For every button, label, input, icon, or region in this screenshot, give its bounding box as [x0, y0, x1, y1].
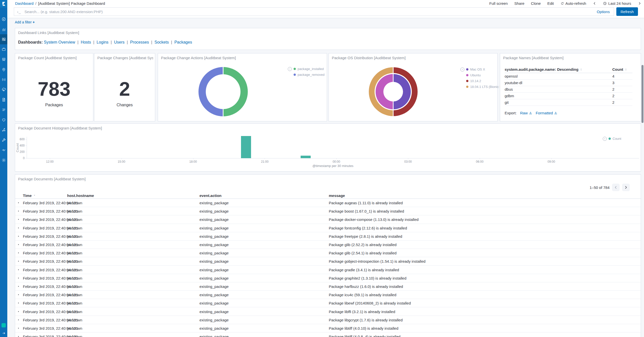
- legend-label[interactable]: Count: [613, 137, 621, 141]
- sidebar-item-dashboard[interactable]: [0, 34, 7, 44]
- dashboard-link-logins[interactable]: Logins: [97, 40, 108, 44]
- clock-icon: [603, 2, 607, 5]
- expand-row-icon[interactable]: [17, 302, 20, 304]
- space-badge[interactable]: [2, 323, 6, 327]
- share-button[interactable]: Share: [514, 1, 524, 6]
- sidebar-item-logs[interactable]: [0, 95, 7, 105]
- clone-button[interactable]: Clone: [531, 1, 541, 6]
- expand-row-icon[interactable]: [17, 210, 20, 212]
- expand-row-icon[interactable]: [17, 310, 20, 313]
- legend-collapse-icon[interactable]: [460, 68, 464, 72]
- next-page-button[interactable]: [622, 184, 630, 191]
- hostname-column-header[interactable]: host.hostname: [67, 193, 94, 197]
- histogram-plot: Count @timestamp per 30 minutes 02004006…: [15, 124, 641, 172]
- add-filter-label: Add a filter: [15, 20, 32, 24]
- table-row: git2: [505, 99, 632, 106]
- expand-row-icon[interactable]: [17, 227, 20, 229]
- dashboard-link-processes[interactable]: Processes: [130, 40, 149, 44]
- sidebar-item-maps[interactable]: [0, 64, 7, 75]
- name-column-header[interactable]: system.audit.package.name: Descending: [505, 67, 612, 72]
- expand-row-icon[interactable]: [17, 252, 20, 254]
- message-cell: Package libewf (20140608_2) is already i…: [329, 301, 411, 305]
- time-range-button[interactable]: Last 24 hours: [603, 1, 631, 6]
- table-row: February 3rd 2019, 22:40:04.121yorktowne…: [15, 307, 641, 316]
- sidebar-item-machine-learning[interactable]: [0, 75, 7, 85]
- count-column-header[interactable]: Count: [612, 67, 632, 72]
- export-raw-link[interactable]: Raw: [520, 111, 532, 115]
- x-tick-mark: [122, 158, 122, 159]
- histogram-bar[interactable]: [241, 136, 251, 158]
- expand-row-icon[interactable]: [17, 260, 20, 262]
- change-actions-donut-chart[interactable]: [198, 67, 248, 116]
- event-action-column-header[interactable]: event.action: [199, 193, 222, 197]
- sidebar-item-management[interactable]: [0, 155, 7, 165]
- sidebar-item-uptime[interactable]: [0, 115, 7, 125]
- package-count-cell: 2: [612, 100, 632, 105]
- previous-page-button[interactable]: [612, 184, 620, 191]
- search-input[interactable]: ›_ Search... (e.g. status:200 AND extens…: [14, 7, 614, 16]
- expand-row-icon[interactable]: [17, 327, 20, 329]
- panel-title: Package Count [Auditbeat System]: [18, 56, 77, 60]
- legend-label[interactable]: package_removed: [298, 73, 325, 77]
- legend-label[interactable]: 10.14.2: [470, 79, 481, 83]
- expand-row-icon[interactable]: [17, 319, 20, 321]
- message-cell: Package fontconfig (2.12.6) is already i…: [329, 226, 407, 230]
- gear-icon: [2, 158, 6, 162]
- query-options-link[interactable]: Options: [597, 10, 610, 14]
- export-formatted-link[interactable]: Formatted: [536, 111, 557, 115]
- dashboard-link-sockets[interactable]: Sockets: [154, 40, 169, 44]
- expand-row-icon[interactable]: [17, 268, 20, 271]
- time-column-header[interactable]: Time: [23, 193, 36, 197]
- legend-label[interactable]: 18.04.1 LTS (Bionic B...: [470, 85, 504, 89]
- dashboard-link-users[interactable]: Users: [114, 40, 125, 44]
- y-tick-mark: [25, 158, 27, 158]
- refresh-button[interactable]: Refresh: [616, 7, 638, 16]
- message-column-header[interactable]: message: [329, 193, 345, 197]
- kibana-logo-icon[interactable]: [0, 0, 7, 8]
- expand-row-icon[interactable]: [17, 244, 20, 246]
- legend-label[interactable]: package_installed: [298, 67, 324, 71]
- legend-label[interactable]: Mac OS X: [470, 68, 485, 71]
- time-back-button[interactable]: [593, 2, 596, 5]
- expand-row-icon[interactable]: [17, 294, 20, 296]
- dashboard-link-packages[interactable]: Packages: [174, 40, 192, 44]
- sidebar-item-canvas[interactable]: [0, 54, 7, 64]
- auto-refresh-button[interactable]: Auto-refresh: [560, 1, 586, 6]
- time-header-label: Time: [23, 193, 32, 197]
- legend-collapse-icon[interactable]: [603, 137, 607, 141]
- dashboard-link-hosts[interactable]: Hosts: [81, 40, 91, 44]
- os-distribution-donut-chart[interactable]: [369, 67, 418, 116]
- legend-collapse-icon[interactable]: [288, 67, 292, 71]
- expand-row-icon[interactable]: [17, 285, 20, 287]
- collapse-sidebar-icon[interactable]: [2, 331, 6, 335]
- sidebar-item-dev-tools[interactable]: [0, 135, 7, 145]
- package-names-table: system.audit.package.name: DescendingCou…: [505, 66, 632, 106]
- expand-row-icon[interactable]: [17, 277, 20, 279]
- legend-label[interactable]: Ubuntu: [470, 73, 481, 77]
- y-axis-line: [27, 137, 27, 158]
- export-row: Export: Raw Formatted: [505, 111, 557, 115]
- sidebar-item-graph[interactable]: [0, 125, 7, 135]
- sidebar-item-visualize[interactable]: [0, 24, 7, 34]
- expand-row-icon[interactable]: [17, 218, 20, 221]
- y-tick-label: 0: [15, 156, 25, 160]
- breadcrumb-dashboard-link[interactable]: Dashboard: [15, 1, 33, 6]
- dashboard-link-system-overview[interactable]: System Overview: [44, 40, 75, 44]
- page-scrollbar-thumb[interactable]: [641, 65, 643, 123]
- edit-button[interactable]: Edit: [547, 1, 554, 6]
- histogram-bar[interactable]: [301, 156, 311, 158]
- sidebar-item-infrastructure[interactable]: [0, 85, 7, 95]
- sidebar-item-timelion[interactable]: [0, 44, 7, 54]
- legend-color-dot: [294, 74, 296, 76]
- expand-row-icon[interactable]: [17, 335, 20, 337]
- sidebar-item-apm[interactable]: [0, 105, 7, 115]
- full-screen-button[interactable]: Full screen: [489, 1, 508, 6]
- sidebar-item-monitoring[interactable]: [0, 145, 7, 155]
- time-forward-button[interactable]: [638, 2, 641, 5]
- sidebar-item-discover[interactable]: [0, 14, 7, 24]
- expand-row-icon[interactable]: [17, 202, 20, 204]
- message-cell: Package libtiff (4.0.8_4) is already ins…: [329, 334, 400, 337]
- expand-row-icon[interactable]: [17, 235, 20, 237]
- add-filter-link[interactable]: Add a filter +: [15, 20, 35, 24]
- package-name-cell: git: [505, 100, 612, 105]
